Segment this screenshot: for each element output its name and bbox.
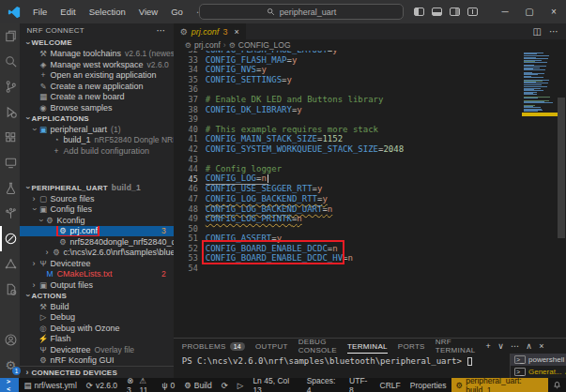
- code-line-43[interactable]: 43: [174, 155, 566, 165]
- tree-item-action-debug[interactable]: ▷Debug: [20, 312, 174, 324]
- menu-view[interactable]: View: [133, 5, 163, 19]
- close-panel-icon[interactable]: ×: [539, 341, 544, 351]
- code-line-33[interactable]: 33CONFIG_FLASH_MAP=y: [174, 55, 566, 66]
- code-line-34[interactable]: 34CONFIG_NVS=y: [174, 65, 566, 75]
- code-line-50[interactable]: 50: [174, 224, 566, 234]
- nrf-terminal-icon[interactable]: [0, 201, 20, 226]
- breadcrumb-item-config-log[interactable]: CONFIG_LOG: [238, 40, 291, 50]
- tree-item-action-devicetree[interactable]: ΨDevicetreeOverlay file: [20, 344, 174, 355]
- tree-item-create-new-board[interactable]: ▦Create a new board: [20, 92, 174, 103]
- tree-item-manage-west-workspace[interactable]: ◈Manage west workspacev2.6.0: [20, 59, 174, 70]
- tree-item-action-flash[interactable]: ⚡Flash: [20, 334, 174, 345]
- remote-indicator[interactable]: ><: [0, 378, 19, 392]
- code-line-49[interactable]: 49CONFIG_LOG_PRINTK=n: [174, 214, 566, 224]
- tree-item-source-files[interactable]: ›▢Source files: [20, 193, 174, 204]
- breadcrumb-item-prj-conf[interactable]: prj.conf: [194, 40, 221, 50]
- indentation[interactable]: Spaces: 4: [302, 378, 344, 392]
- section-peripheral-uart[interactable]: ›PERIPHERAL_UARTbuild_1: [20, 183, 174, 194]
- menu-selection[interactable]: Selection: [84, 5, 131, 19]
- tree-item-open-existing-application[interactable]: +Open an existing application: [20, 70, 174, 82]
- settings-gear-icon[interactable]: ⚙1: [0, 353, 20, 378]
- panel-tab-nrf-terminal[interactable]: NRF TERMINAL: [436, 339, 476, 354]
- panel-tab-problems[interactable]: PROBLEMS14: [182, 339, 245, 354]
- menu-edit[interactable]: Edit: [54, 5, 81, 19]
- tree-item-add-build-configuration[interactable]: +Add build configuration: [20, 145, 174, 157]
- tree-item-defconfig-file[interactable]: ⚙nrf52840dongle_nrf52840_defconfig: [20, 236, 174, 248]
- nrf-kconfig-icon[interactable]: [0, 277, 20, 302]
- toggle-sidebar-icon[interactable]: [414, 8, 424, 16]
- maximize-button[interactable]: ▢: [517, 0, 542, 23]
- split-editor-icon[interactable]: ◫: [533, 26, 542, 37]
- sync-button[interactable]: ⟳: [217, 378, 233, 392]
- tree-item-create-new-application[interactable]: ✎Create a new application: [20, 81, 174, 92]
- run-and-debug-icon[interactable]: [0, 99, 20, 125]
- toggle-panel-icon[interactable]: [432, 8, 442, 16]
- notifications-bell[interactable]: [548, 378, 566, 392]
- code-line-38[interactable]: 38CONFIG_DK_LIBRARY=y: [174, 105, 566, 115]
- menu-file[interactable]: File: [27, 5, 53, 19]
- sdk-version[interactable]: ⟳v2.6.0: [82, 378, 122, 392]
- tree-item-output-files[interactable]: ›▣Output files: [20, 279, 174, 291]
- panel-tab-ports[interactable]: PORTS: [398, 339, 425, 354]
- panel-tab-terminal[interactable]: TERMINAL: [347, 339, 388, 354]
- panel-tab-output[interactable]: OUTPUT: [255, 339, 288, 354]
- code-line-39[interactable]: 39: [174, 114, 566, 125]
- nrf-devicetree-icon[interactable]: [0, 251, 20, 277]
- nrf-connect-icon[interactable]: [0, 226, 20, 251]
- tree-item-config-files[interactable]: ›▣Config files: [20, 204, 174, 216]
- remote-explorer-icon[interactable]: [0, 150, 20, 175]
- code-line-35[interactable]: 35CONFIG_SETTINGS=y: [174, 75, 566, 85]
- testing-flask-icon[interactable]: [0, 175, 20, 201]
- code-line-41[interactable]: 41CONFIG_MAIN_STACK_SIZE=1152: [174, 134, 566, 144]
- tree-item-browse-samples[interactable]: ◉Browse samples: [20, 102, 174, 113]
- editor-scrollbar[interactable]: [558, 98, 565, 238]
- code-line-52[interactable]: 52CONFIG_BOARD_ENABLE_DCDC=n: [174, 244, 566, 254]
- code-editor[interactable]: 32CONFIG_FLASH_PAGE_LAYOUT=y33CONFIG_FLA…: [174, 51, 566, 338]
- menu-go[interactable]: Go: [165, 5, 189, 19]
- tab-close-icon[interactable]: ×: [234, 27, 238, 37]
- tree-item-build-1[interactable]: ◔build_1nRF52840 Dongle NRF52840: [20, 135, 174, 146]
- section-welcome[interactable]: ›WELCOME: [20, 38, 174, 49]
- tree-item-action-build[interactable]: ⚒Build: [20, 301, 174, 312]
- code-line-48[interactable]: 48CONFIG_LOG_BACKEND_UART=n: [174, 204, 566, 215]
- cursor-position[interactable]: Ln 45, Col 13: [248, 378, 301, 392]
- terminal-instance-powershell[interactable]: >_powershell: [511, 354, 566, 366]
- encoding[interactable]: UTF-8: [344, 378, 375, 392]
- editor-more-actions-icon[interactable]: ⋯: [549, 26, 558, 37]
- eol[interactable]: CRLF: [375, 378, 405, 392]
- new-terminal-icon[interactable]: +: [486, 341, 492, 351]
- tree-item-kconfig-group[interactable]: ›⚙Kconfig: [20, 215, 174, 226]
- tree-item-action-debug-ozone[interactable]: ◎Debug with Ozone: [20, 323, 174, 334]
- code-line-46[interactable]: 46CONFIG_USE_SEGGER_RTT=y: [174, 184, 566, 194]
- west-manifest[interactable]: ▤nrf/west.yml: [19, 378, 81, 392]
- customize-layout-icon[interactable]: [467, 8, 478, 16]
- close-button[interactable]: ×: [542, 0, 566, 23]
- tree-item-app-peripheral-uart[interactable]: ›▣peripheral_uart(1): [20, 124, 174, 135]
- section-applications[interactable]: ›APPLICATIONS: [20, 113, 174, 125]
- tree-item-kconfig-path[interactable]: ›⚙c:\ncs\v2.6.0\nrf\samples\bluetooth\pe…: [20, 248, 174, 259]
- command-center-search[interactable]: peripheral_uart: [199, 4, 404, 20]
- build-task[interactable]: ⚙Build: [179, 378, 217, 392]
- tree-item-manage-toolchains[interactable]: ⚒Manage toolchainsv2.6.1 (newest): [20, 49, 174, 60]
- code-line-40[interactable]: 40# This example requires more stack: [174, 125, 566, 135]
- code-line-42[interactable]: 42CONFIG_SYSTEM_WORKQUEUE_STACK_SIZE=204…: [174, 144, 566, 155]
- source-control-icon[interactable]: [0, 74, 20, 99]
- code-line-47[interactable]: 47CONFIG_LOG_BACKEND_RTT=y: [174, 194, 566, 204]
- code-line-51[interactable]: 51CONFIG_ASSERT=y: [174, 234, 566, 244]
- forwarded-ports[interactable]: ψ0: [157, 378, 179, 392]
- run-button[interactable]: ▷: [233, 378, 249, 392]
- terminal-view[interactable]: PS C:\ncs\v2.6.0\nrf\samples\bluetooth\p…: [174, 354, 566, 378]
- terminal-instance-generat[interactable]: >_Generat...⚠: [511, 366, 566, 378]
- code-line-54[interactable]: 54: [174, 264, 566, 274]
- minimap[interactable]: [524, 53, 556, 118]
- extensions-icon[interactable]: [0, 125, 20, 150]
- code-line-36[interactable]: 36: [174, 84, 566, 95]
- active-build-config[interactable]: ⚙peripheral_uart: build_1: [451, 378, 548, 392]
- section-actions[interactable]: ›ACTIONS: [20, 291, 174, 302]
- tree-item-cmakelists[interactable]: MCMakeLists.txt2: [20, 269, 174, 280]
- tab-prj-conf[interactable]: ⚙ prj.conf 3 ×: [174, 23, 246, 39]
- maximize-panel-icon[interactable]: ∧: [526, 341, 532, 351]
- tree-item-devicetree-group[interactable]: ›ΨDevicetree: [20, 258, 174, 269]
- toggle-secondary-sidebar-icon[interactable]: [450, 8, 460, 16]
- code-line-45[interactable]: 45CONFIG_LOG=n: [174, 174, 566, 185]
